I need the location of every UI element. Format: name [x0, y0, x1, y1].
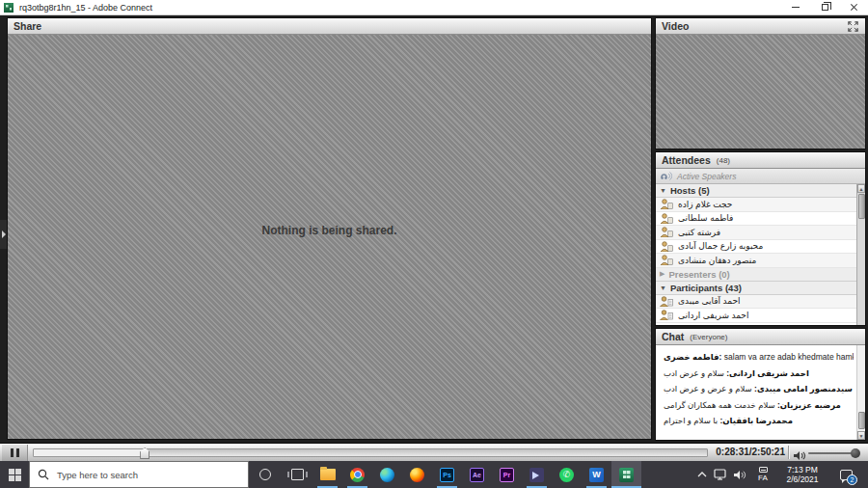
firefox-icon	[410, 468, 424, 482]
adobe-connect-icon	[619, 468, 634, 482]
chat-message: مرضیه عزیزیان: سلام خدمت همه همکاران گرا…	[664, 400, 854, 411]
scroll-down-button[interactable]: ▼	[857, 431, 865, 440]
playback-time: 0:28:31/2:50:21	[698, 447, 785, 457]
adobe-connect-window-icon	[4, 3, 14, 13]
chat-pod-title: Chat	[662, 331, 684, 342]
participant-row[interactable]: احمد شریفی اردانی	[656, 309, 856, 323]
chat-sender-name: فاطمه خضری:	[664, 352, 721, 362]
participants-group-header[interactable]: ▼ Participants (43)	[656, 282, 856, 295]
chat-message-area: فاطمه خضری: salam va arze adab khedmate …	[656, 345, 865, 440]
word-icon: W	[589, 468, 604, 482]
taskbar-chrome[interactable]	[342, 461, 372, 488]
hosts-list: حجت غلام زاده فاطمه سلطانی	[656, 198, 856, 268]
active-speakers-label: Active Speakers	[677, 172, 736, 181]
volume-tray-button[interactable]	[730, 461, 750, 488]
participant-icon	[660, 296, 673, 307]
chat-sender-name: احمد شریفی اردانی:	[726, 368, 809, 378]
host-row[interactable]: منصور دهقان منشادی	[656, 254, 856, 268]
taskbar-adobe-connect[interactable]	[611, 461, 641, 488]
taskbar-search-box[interactable]: Type here to search	[29, 461, 249, 488]
network-icon	[714, 469, 727, 480]
participant-row[interactable]: احمد آقایی میبدی	[656, 295, 856, 310]
taskbar-media-player[interactable]	[522, 461, 552, 488]
scrollbar-thumb[interactable]	[858, 194, 865, 219]
chat-message-text: salam va arze adab khedmate hamkarane ge…	[724, 352, 854, 362]
presenters-group-header[interactable]: ▶ Presenters (0)	[656, 268, 856, 282]
seek-bar[interactable]	[33, 448, 708, 457]
pause-icon	[16, 448, 19, 457]
window-titlebar: rq3otbg8r1hn_15 - Adobe Connect	[0, 0, 868, 15]
collapse-arrow-icon: ▼	[660, 285, 666, 291]
taskbar-photoshop[interactable]: Ps	[432, 461, 462, 488]
speaker-icon	[734, 470, 746, 480]
attendees-scrollbar[interactable]: ▲	[856, 184, 865, 325]
volume-handle[interactable]	[851, 448, 860, 458]
minimize-button[interactable]	[781, 0, 810, 14]
premiere-icon: Pr	[500, 468, 514, 482]
scrollbar-thumb[interactable]	[858, 412, 865, 429]
host-icon	[660, 213, 673, 224]
attendees-pod-title: Attendees	[662, 154, 711, 166]
search-placeholder: Type here to search	[57, 470, 138, 480]
video-pod-header: Video	[656, 18, 865, 35]
search-icon	[38, 469, 49, 480]
pause-button[interactable]	[2, 445, 28, 461]
active-speakers-bar[interactable]: Active Speakers	[656, 169, 865, 184]
hosts-group-label: Hosts (5)	[670, 185, 710, 196]
action-center-button[interactable]: 2	[829, 461, 862, 488]
whatsapp-icon: ✆	[559, 468, 574, 482]
file-explorer-icon	[320, 469, 336, 480]
host-row[interactable]: فاطمه سلطانی	[656, 212, 856, 227]
chevron-up-icon	[697, 472, 707, 477]
active-speaker-icon	[661, 171, 672, 181]
scroll-up-button[interactable]: ▲	[857, 184, 865, 193]
taskbar-word[interactable]: W	[582, 461, 611, 488]
chat-messages: فاطمه خضری: salam va arze adab khedmate …	[656, 345, 865, 426]
chat-scrollbar[interactable]: ▼	[856, 345, 865, 440]
host-icon	[660, 241, 673, 252]
language-code: FA	[758, 474, 768, 482]
attendee-name: محبوبه زارع جمال آبادی	[678, 241, 763, 251]
system-tray: FA 7:13 PM 2/6/2021 2	[694, 461, 868, 488]
attendees-pod-header: Attendees (48)	[656, 152, 865, 169]
close-button[interactable]	[839, 0, 868, 14]
taskbar-after-effects[interactable]: Ae	[462, 461, 492, 488]
attendees-pod: Attendees (48) Active Speakers ▼ Hosts (…	[655, 151, 866, 326]
taskbar-edge[interactable]	[372, 461, 402, 488]
recording-playback-bar: 0:28:31/2:50:21	[0, 443, 868, 461]
cortana-button[interactable]	[249, 461, 282, 488]
hosts-group-header[interactable]: ▼ Hosts (5)	[656, 184, 856, 198]
close-icon	[850, 3, 858, 12]
volume-slider[interactable]	[808, 452, 858, 454]
nothing-shared-message: Nothing is being shared.	[8, 224, 651, 237]
attendee-list: ▼ Hosts (5) حجت غلام زاده	[656, 184, 865, 325]
video-fullscreen-button[interactable]	[846, 20, 859, 33]
divider	[788, 446, 789, 459]
restore-button[interactable]	[810, 0, 839, 14]
taskbar-firefox[interactable]	[402, 461, 432, 488]
language-indicator[interactable]: FA	[750, 461, 775, 488]
start-button[interactable]	[0, 461, 29, 488]
taskbar-premiere[interactable]: Pr	[492, 461, 522, 488]
network-status-button[interactable]	[710, 461, 730, 488]
taskbar-file-explorer[interactable]	[312, 461, 342, 488]
fullscreen-icon	[848, 21, 858, 32]
host-row[interactable]: فرشته کتبی	[656, 226, 856, 240]
host-row[interactable]: حجت غلام زاده	[656, 198, 856, 212]
sidebar-expander[interactable]	[0, 220, 7, 249]
after-effects-icon: Ae	[470, 468, 484, 482]
attendee-name: احمد شریفی اردانی	[678, 311, 748, 320]
tray-overflow-button[interactable]	[694, 461, 710, 488]
chat-sender-name: سیدمنصور امامی میبدی:	[754, 384, 853, 393]
media-player-icon	[529, 468, 544, 482]
host-icon	[660, 227, 673, 237]
task-view-button[interactable]	[282, 461, 312, 488]
chat-message-text: سلام و عرض و عرض ادب	[664, 384, 752, 393]
photoshop-icon: Ps	[440, 468, 454, 482]
taskbar-whatsapp[interactable]: ✆	[552, 461, 582, 488]
attendee-name: حجت غلام زاده	[678, 200, 732, 209]
clock[interactable]: 7:13 PM 2/6/2021	[775, 461, 829, 488]
video-pod-title: Video	[662, 20, 689, 32]
meeting-area: Share Nothing is being shared. Video Att…	[0, 15, 868, 443]
host-row[interactable]: محبوبه زارع جمال آبادی	[656, 240, 856, 255]
